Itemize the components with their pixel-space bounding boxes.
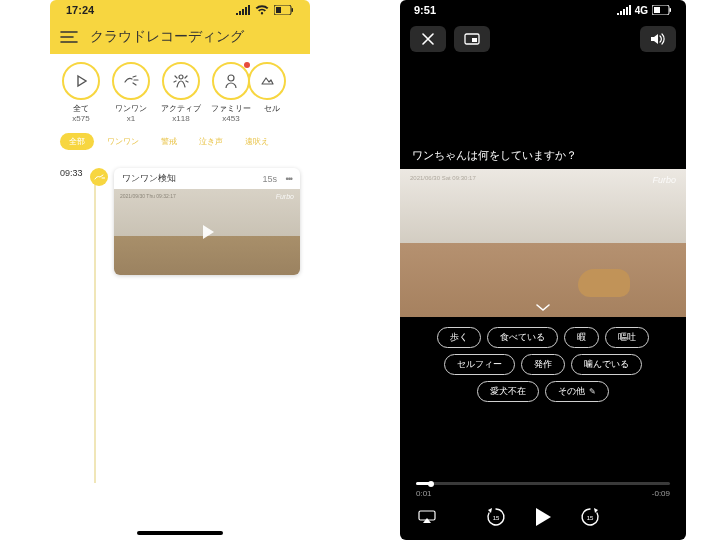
svg-text:15: 15 <box>587 515 594 521</box>
home-indicator <box>137 531 223 535</box>
rewind-15-button[interactable]: 15 <box>485 506 507 528</box>
svg-rect-8 <box>654 7 660 13</box>
tag-bored[interactable]: 暇 <box>564 327 599 348</box>
pip-button[interactable] <box>454 26 490 52</box>
bark-icon <box>121 74 141 88</box>
tag-absent[interactable]: 愛犬不在 <box>477 381 539 402</box>
tile-all[interactable]: 全て x575 <box>58 62 104 123</box>
scrubber-thumb[interactable] <box>428 481 434 487</box>
dog-silhouette <box>578 269 630 297</box>
play-icon <box>74 74 88 88</box>
right-phone: 9:51 4G ワンちゃんは何をしていますか？ 2021/06/30 Sat 0… <box>400 0 686 540</box>
watermark: Furbo <box>276 193 294 200</box>
menu-icon[interactable] <box>60 31 78 43</box>
tag-selfie[interactable]: セルフィー <box>444 354 515 375</box>
tile-active[interactable]: アクティブ x118 <box>158 62 204 123</box>
svg-rect-1 <box>276 7 281 13</box>
event-knot-icon <box>90 168 108 186</box>
status-bar: 17:24 <box>50 0 310 20</box>
top-controls <box>400 20 686 58</box>
forward-15-icon: 15 <box>579 506 601 528</box>
svg-marker-3 <box>78 76 86 86</box>
svg-marker-14 <box>488 508 492 513</box>
thumbnail-timestamp: 2021/09/30 Thu 09:32:17 <box>120 193 176 199</box>
airplay-icon <box>418 510 436 524</box>
play-icon <box>533 506 553 528</box>
video-timestamp: 2021/06/30 Sat 09:30:17 <box>410 175 476 181</box>
time-remaining: -0:09 <box>652 489 670 498</box>
svg-marker-6 <box>203 225 214 239</box>
event-feed: 09:33 ワンワン検知 15s ••• 2021/09/30 Thu 09:3… <box>50 160 310 283</box>
play-overlay-icon[interactable] <box>192 217 222 247</box>
forward-15-button[interactable]: 15 <box>579 506 601 528</box>
network-label: 4G <box>635 5 648 16</box>
chevron-down-icon[interactable] <box>535 303 551 313</box>
close-button[interactable] <box>410 26 446 52</box>
tag-other[interactable]: その他✎ <box>545 381 609 402</box>
signal-icon <box>236 5 250 15</box>
battery-icon <box>652 5 672 15</box>
status-indicators <box>236 5 294 15</box>
svg-rect-2 <box>292 8 294 12</box>
volume-button[interactable] <box>640 26 676 52</box>
svg-rect-9 <box>670 8 672 12</box>
notification-dot <box>244 62 250 68</box>
watermark: Furbo <box>652 175 676 185</box>
tile-selfie[interactable]: セル <box>258 62 286 123</box>
status-time: 17:24 <box>66 4 94 16</box>
event-time: 09:33 <box>60 168 86 178</box>
more-icon[interactable]: ••• <box>286 174 292 184</box>
tag-walk[interactable]: 歩く <box>437 327 481 348</box>
svg-point-4 <box>179 75 183 79</box>
svg-text:15: 15 <box>493 515 500 521</box>
category-tiles: 全て x575 ワンワン x1 アクティブ x118 ファミリー x453 セル <box>50 54 310 133</box>
chip-cry[interactable]: 泣き声 <box>190 133 232 150</box>
tag-chew[interactable]: 噛んでいる <box>571 354 642 375</box>
event-thumbnail[interactable]: 2021/09/30 Thu 09:32:17 Furbo <box>114 189 300 275</box>
event-card[interactable]: ワンワン検知 15s ••• 2021/09/30 Thu 09:32:17 F… <box>114 168 300 275</box>
event-duration: 15s <box>263 174 278 184</box>
battery-icon <box>274 5 294 15</box>
family-icon <box>223 73 239 89</box>
close-icon <box>422 33 434 45</box>
chip-alert[interactable]: 警戒 <box>152 133 186 150</box>
tag-vomit[interactable]: 嘔吐 <box>605 327 649 348</box>
time-elapsed: 0:01 <box>416 489 432 498</box>
svg-point-5 <box>228 75 234 81</box>
edit-icon: ✎ <box>589 387 596 396</box>
left-phone: 17:24 クラウドレコーディング 全て x575 ワンワン x1 アクティブ … <box>50 0 310 540</box>
active-icon <box>172 73 190 89</box>
event-entry: 09:33 ワンワン検知 15s ••• 2021/09/30 Thu 09:3… <box>60 168 300 275</box>
filter-chips: 全部 ワンワン 警戒 泣き声 遠吠え <box>50 133 310 160</box>
pip-icon <box>464 33 480 45</box>
playback-controls: 15 15 <box>400 498 686 540</box>
svg-rect-11 <box>472 38 477 42</box>
tile-bark[interactable]: ワンワン x1 <box>108 62 154 123</box>
selfie-icon <box>259 74 275 88</box>
status-bar: 9:51 4G <box>400 0 686 20</box>
svg-marker-17 <box>594 508 598 513</box>
video-area[interactable]: 2021/06/30 Sat 09:30:17 Furbo <box>400 169 686 317</box>
wifi-icon <box>255 5 269 15</box>
status-time: 9:51 <box>414 4 436 16</box>
scrubber[interactable]: 0:01 -0:09 <box>400 472 686 498</box>
speaker-icon <box>650 33 666 45</box>
play-button[interactable] <box>533 506 553 528</box>
signal-icon <box>617 5 631 15</box>
status-indicators: 4G <box>617 5 672 16</box>
question-label: ワンちゃんは何をしていますか？ <box>400 142 686 169</box>
answer-tags: 歩く 食べている 暇 嘔吐 セルフィー 発作 噛んでいる 愛犬不在 その他✎ <box>400 317 686 412</box>
tag-eat[interactable]: 食べている <box>487 327 558 348</box>
scrubber-track[interactable] <box>416 482 670 485</box>
tag-seizure[interactable]: 発作 <box>521 354 565 375</box>
app-header: クラウドレコーディング <box>50 20 310 54</box>
svg-marker-16 <box>536 508 551 526</box>
page-title: クラウドレコーディング <box>90 28 244 46</box>
chip-all[interactable]: 全部 <box>60 133 94 150</box>
event-title: ワンワン検知 <box>122 172 176 185</box>
rewind-15-icon: 15 <box>485 506 507 528</box>
airplay-button[interactable] <box>418 510 436 524</box>
chip-bark[interactable]: ワンワン <box>98 133 148 150</box>
tile-family[interactable]: ファミリー x453 <box>208 62 254 123</box>
chip-howl[interactable]: 遠吠え <box>236 133 278 150</box>
